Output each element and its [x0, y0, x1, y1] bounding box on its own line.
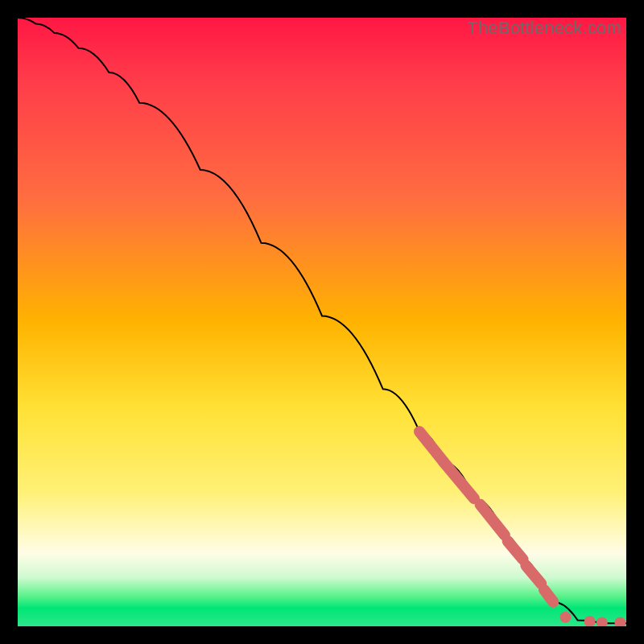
highlight-segment: [508, 541, 523, 559]
highlight-dots: [559, 612, 625, 626]
highlight-segments: [419, 431, 553, 602]
highlight-dot: [559, 612, 571, 623]
chart-svg: [18, 18, 626, 626]
chart-frame: TheBottleneck.com: [0, 0, 644, 644]
highlight-dot: [597, 617, 608, 627]
highlight-segment: [526, 565, 541, 584]
highlight-segment: [444, 462, 474, 498]
highlight-segment: [481, 505, 505, 535]
highlight-dot: [614, 617, 625, 627]
highlight-segment: [419, 431, 444, 462]
highlight-dot: [584, 616, 596, 626]
highlight-segment: [544, 590, 553, 602]
plot-area: TheBottleneck.com: [18, 18, 626, 626]
main-curve: [18, 18, 626, 623]
